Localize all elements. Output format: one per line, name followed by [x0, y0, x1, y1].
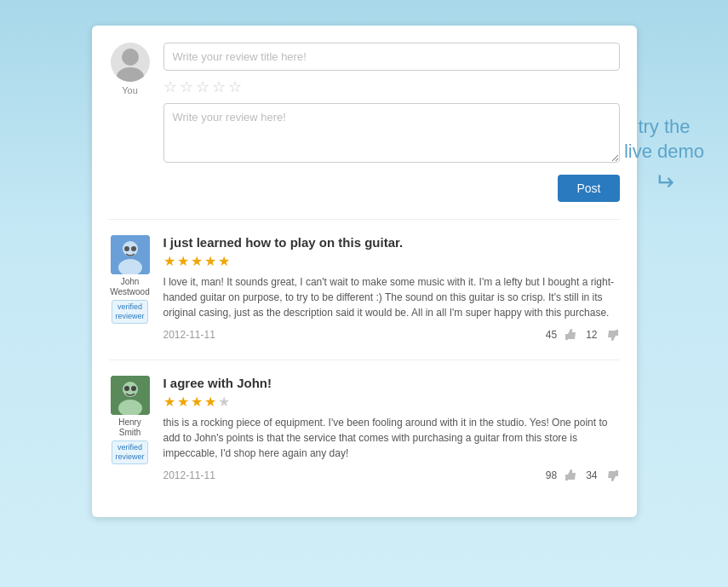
- reviewer-info-1: JohnWestwood verifiedreviewer: [109, 235, 152, 342]
- main-card: You ☆ ☆ ☆ ☆ ☆ Post: [92, 26, 637, 517]
- write-review-section: You ☆ ☆ ☆ ☆ ☆ Post: [109, 43, 620, 202]
- you-label: You: [122, 85, 138, 95]
- review-stars-2: ★ ★ ★ ★ ★: [163, 394, 620, 410]
- upvote-button-2[interactable]: [564, 468, 579, 483]
- reviewer-avatar-2: [111, 376, 150, 415]
- reviewer-name-2: HenrySmith: [118, 417, 141, 438]
- star-filled: ★: [191, 253, 203, 269]
- thumbs-up-icon-2: [564, 468, 579, 483]
- downvote-count-2: 34: [586, 469, 597, 481]
- review-footer-1: 2012-11-11 45 12: [163, 327, 620, 342]
- downvote-count-1: 12: [586, 329, 597, 341]
- review-footer-2: 2012-11-11 98 34: [163, 468, 620, 483]
- upvote-count-2: 98: [546, 469, 557, 481]
- reviewer-name-1: JohnWestwood: [110, 277, 150, 297]
- upvote-count-1: 45: [546, 329, 557, 341]
- star-filled: ★: [177, 394, 189, 410]
- review-stars-1: ★ ★ ★ ★ ★: [163, 253, 620, 269]
- vote-area-2: 98 34: [546, 468, 620, 483]
- svg-point-6: [131, 246, 136, 251]
- star-filled: ★: [204, 394, 216, 410]
- your-avatar: [111, 43, 150, 82]
- review-content-1: I just learned how to play on this guita…: [163, 235, 620, 342]
- star-3[interactable]: ☆: [196, 78, 209, 96]
- svg-point-10: [124, 386, 129, 391]
- thumbs-up-icon: [564, 327, 579, 342]
- review-body-1: I love it, man! It sounds great, I can't…: [163, 274, 620, 320]
- star-5[interactable]: ☆: [228, 78, 242, 96]
- review-title-1: I just learned how to play on this guita…: [163, 235, 620, 250]
- review-item: JohnWestwood verifiedreviewer I just lea…: [109, 235, 620, 342]
- star-1[interactable]: ☆: [163, 78, 177, 96]
- star-empty: ★: [218, 394, 230, 410]
- review-body-input[interactable]: [163, 103, 620, 163]
- review-title-input[interactable]: [163, 43, 620, 71]
- your-avatar-container: You: [109, 43, 152, 202]
- svg-point-5: [124, 246, 129, 251]
- svg-point-0: [122, 49, 139, 66]
- review-body-2: this is a rocking piece of equipment. I'…: [163, 415, 620, 461]
- rating-stars-input[interactable]: ☆ ☆ ☆ ☆ ☆: [163, 78, 620, 96]
- star-2[interactable]: ☆: [180, 78, 193, 96]
- review-content-2: I agree with John! ★ ★ ★ ★ ★ this is a r…: [163, 376, 620, 483]
- review-date-2: 2012-11-11: [163, 469, 215, 481]
- user-silhouette-icon: [111, 43, 150, 82]
- try-demo-label: try the live demo ↵: [613, 115, 715, 199]
- review-date-1: 2012-11-11: [163, 329, 215, 341]
- star-filled: ★: [163, 253, 175, 269]
- downvote-button-1[interactable]: [605, 327, 620, 342]
- reviewer-1-avatar-icon: [111, 235, 150, 274]
- star-filled: ★: [204, 253, 216, 269]
- upvote-button-1[interactable]: [564, 327, 579, 342]
- verified-badge-1: verifiedreviewer: [112, 300, 147, 324]
- post-btn-row: Post: [163, 175, 620, 202]
- review-form: ☆ ☆ ☆ ☆ ☆ Post: [163, 43, 620, 202]
- star-filled: ★: [191, 394, 203, 410]
- svg-point-1: [117, 67, 144, 82]
- review-divider: [109, 360, 620, 360]
- thumbs-down-icon: [605, 327, 620, 342]
- review-item-2: HenrySmith verifiedreviewer I agree with…: [109, 376, 620, 483]
- thumbs-down-icon-2: [605, 468, 620, 483]
- review-title-2: I agree with John!: [163, 376, 620, 390]
- star-filled: ★: [177, 253, 189, 269]
- reviewer-info-2: HenrySmith verifiedreviewer: [109, 376, 152, 483]
- section-divider: [109, 219, 620, 220]
- vote-area-1: 45 12: [546, 327, 620, 342]
- post-button[interactable]: Post: [558, 175, 619, 202]
- reviewer-2-avatar-icon: [111, 376, 150, 415]
- downvote-button-2[interactable]: [605, 468, 620, 483]
- star-filled: ★: [218, 253, 230, 269]
- star-4[interactable]: ☆: [212, 78, 226, 96]
- reviewer-avatar-1: [111, 235, 150, 274]
- star-filled: ★: [163, 394, 175, 410]
- svg-point-11: [131, 386, 136, 391]
- try-demo-arrow-icon: ↵: [613, 167, 715, 198]
- verified-badge-2: verifiedreviewer: [112, 440, 147, 464]
